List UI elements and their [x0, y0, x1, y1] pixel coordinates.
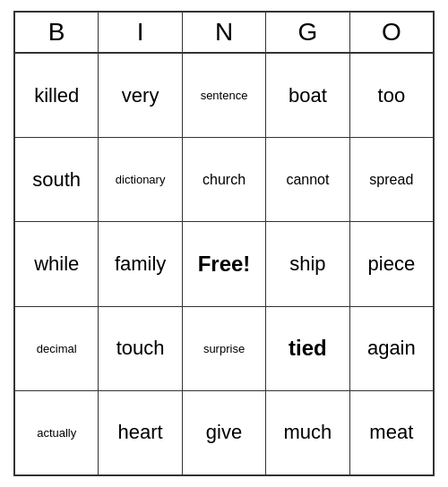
- cell-text-4-4: meat: [369, 421, 413, 444]
- bingo-cell-0-3: boat: [266, 54, 349, 137]
- bingo-cell-3-1: touch: [99, 307, 182, 390]
- bingo-cell-0-4: too: [350, 54, 433, 137]
- cell-text-2-2: Free!: [198, 252, 251, 277]
- bingo-cell-1-2: church: [183, 138, 266, 221]
- bingo-cell-2-2: Free!: [183, 222, 266, 305]
- bingo-cell-1-4: spread: [350, 138, 433, 221]
- cell-text-2-0: while: [34, 252, 79, 276]
- cell-text-1-3: cannot: [286, 172, 329, 188]
- cell-text-4-2: give: [206, 421, 242, 444]
- bingo-cell-1-1: dictionary: [99, 138, 182, 221]
- bingo-cell-4-1: heart: [99, 391, 182, 474]
- cell-text-1-0: south: [32, 168, 81, 192]
- bingo-cell-1-3: cannot: [266, 138, 349, 221]
- cell-text-0-1: very: [122, 84, 159, 107]
- bingo-cell-2-3: ship: [266, 222, 349, 305]
- cell-text-2-3: ship: [289, 252, 325, 276]
- cell-text-3-4: again: [367, 337, 416, 360]
- bingo-cell-4-2: give: [183, 391, 266, 474]
- cell-text-3-0: decimal: [37, 342, 77, 355]
- bingo-card: BINGO killedverysentenceboattoosouthdict…: [13, 11, 435, 476]
- bingo-cell-2-1: family: [99, 222, 182, 305]
- cell-text-4-3: much: [284, 421, 332, 444]
- bingo-cell-0-2: sentence: [183, 54, 266, 137]
- bingo-cell-2-4: piece: [350, 222, 433, 305]
- header-letter-b: B: [15, 13, 99, 52]
- cell-text-1-2: church: [202, 172, 246, 188]
- cell-text-3-1: touch: [116, 337, 165, 360]
- bingo-row-1: southdictionarychurchcannotspread: [15, 138, 433, 222]
- cell-text-0-2: sentence: [201, 89, 248, 102]
- bingo-cell-3-4: again: [350, 307, 433, 390]
- bingo-cell-3-2: surprise: [183, 307, 266, 390]
- bingo-row-3: decimaltouchsurprisetiedagain: [15, 307, 433, 391]
- bingo-cell-2-0: while: [15, 222, 99, 305]
- header-letter-n: N: [183, 13, 266, 52]
- cell-text-0-4: too: [378, 84, 406, 107]
- bingo-row-0: killedverysentenceboattoo: [15, 54, 433, 138]
- cell-text-3-2: surprise: [203, 342, 245, 355]
- bingo-cell-4-4: meat: [350, 391, 433, 474]
- cell-text-0-3: boat: [289, 84, 327, 107]
- bingo-cell-3-3: tied: [266, 307, 349, 390]
- cell-text-3-3: tied: [289, 336, 327, 361]
- cell-text-0-0: killed: [34, 84, 79, 107]
- header-letter-g: G: [266, 13, 349, 52]
- header-letter-o: O: [350, 13, 433, 52]
- bingo-cell-3-0: decimal: [15, 307, 99, 390]
- bingo-row-2: whilefamilyFree!shippiece: [15, 222, 433, 306]
- cell-text-4-0: actually: [37, 426, 76, 440]
- cell-text-2-4: piece: [368, 252, 416, 276]
- cell-text-1-1: dictionary: [116, 173, 166, 186]
- bingo-cell-0-0: killed: [15, 54, 99, 137]
- bingo-header: BINGO: [15, 13, 433, 54]
- bingo-body: killedverysentenceboattoosouthdictionary…: [15, 54, 433, 474]
- header-letter-i: I: [99, 13, 182, 52]
- bingo-cell-4-3: much: [266, 391, 349, 474]
- bingo-cell-0-1: very: [99, 54, 182, 137]
- cell-text-1-4: spread: [369, 172, 413, 188]
- bingo-cell-1-0: south: [15, 138, 99, 221]
- cell-text-2-1: family: [115, 252, 166, 276]
- bingo-row-4: actuallyheartgivemuchmeat: [15, 391, 433, 474]
- cell-text-4-1: heart: [118, 421, 163, 444]
- bingo-cell-4-0: actually: [15, 391, 99, 474]
